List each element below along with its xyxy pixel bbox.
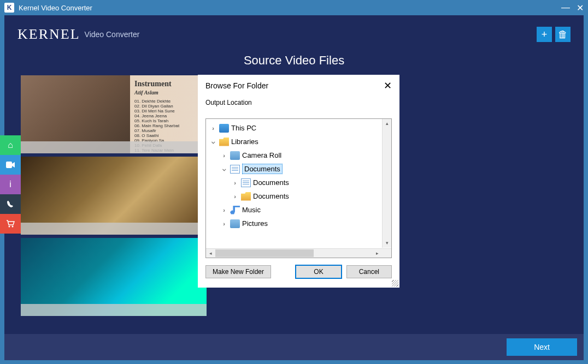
doc-icon [230, 165, 240, 174]
scrollbar-thumb[interactable] [215, 249, 314, 257]
dialog-body: Output Location ›This PC⌵Libraries›Camer… [198, 97, 399, 288]
make-new-folder-button[interactable]: Make New Folder [205, 265, 271, 278]
cart-icon[interactable] [0, 214, 21, 234]
folder-tree[interactable]: ›This PC⌵Libraries›Camera Roll⌵Documents… [206, 119, 391, 248]
tree-item[interactable]: ›Music [207, 203, 390, 217]
tree-item[interactable]: ›Pictures [207, 217, 390, 230]
expand-icon[interactable]: › [220, 220, 228, 227]
video-icon[interactable] [0, 155, 21, 175]
resize-grip[interactable] [392, 280, 398, 287]
thumb-title: Instrument [134, 80, 202, 88]
ok-button[interactable]: OK [295, 265, 342, 279]
music-icon [230, 206, 240, 214]
dialog-close-button[interactable]: ✕ [384, 80, 392, 92]
tree-item[interactable]: ›Documents [207, 176, 390, 189]
app-footer: Next [4, 334, 584, 360]
track: 06. Main Rang Sharbat [134, 123, 202, 128]
tree-item-label: Libraries [231, 138, 258, 146]
video-thumbnail[interactable] [21, 238, 207, 316]
vertical-scrollbar[interactable] [382, 119, 391, 248]
section-title: Source Video Files [4, 53, 584, 68]
expand-icon[interactable]: › [209, 125, 217, 132]
dialog-header: Browse For Folder ✕ [198, 75, 399, 97]
header-actions: + 🗑 [537, 27, 571, 42]
expand-icon[interactable]: › [231, 193, 239, 200]
svg-rect-0 [6, 162, 12, 168]
window-title: Kernel Video Converter [19, 4, 92, 12]
tree-item[interactable]: ›Documents [207, 189, 390, 203]
expand-icon[interactable]: › [220, 152, 228, 159]
expand-icon[interactable]: › [231, 180, 239, 186]
app-logo-subtitle: Video Converter [85, 30, 140, 39]
lib2-icon [230, 219, 240, 228]
video-thumbnail[interactable]: Instrument Atif Aslam 01. Dekhte Dekhte … [21, 75, 207, 153]
home-icon[interactable]: ⌂ [0, 135, 21, 155]
track: 07. Musafir [134, 128, 202, 133]
expand-icon[interactable]: ⌵ [209, 138, 217, 145]
info-icon[interactable]: i [0, 175, 21, 194]
lib2-icon [230, 151, 240, 160]
tree-item-label: This PC [231, 124, 256, 132]
track: 01. Dekhte Dekhte [134, 99, 202, 104]
expand-icon[interactable]: ⌵ [220, 165, 228, 172]
svg-point-2 [12, 226, 14, 228]
tree-item[interactable]: ›Camera Roll [207, 148, 390, 162]
window-controls: — ✕ [561, 3, 584, 13]
dialog-title: Browse For Folder [205, 81, 268, 90]
track: 08. O Saathi [134, 133, 202, 138]
close-button[interactable]: ✕ [577, 3, 584, 13]
thumbnail-footer [21, 223, 207, 235]
lib-icon [219, 138, 229, 146]
dialog-label: Output Location [205, 99, 392, 106]
minimize-button[interactable]: — [561, 3, 570, 13]
tree-item-label: Music [242, 206, 261, 214]
tree-item[interactable]: ⌵Libraries [207, 135, 390, 148]
app-header: KERNEL Video Converter + 🗑 [4, 15, 584, 53]
phone-icon[interactable] [0, 194, 21, 214]
delete-button[interactable]: 🗑 [555, 27, 571, 42]
folder-tree-container: ›This PC⌵Libraries›Camera Roll⌵Documents… [205, 118, 392, 258]
thumbnail-footer [21, 141, 207, 153]
thumbnail-footer [21, 304, 207, 316]
horizontal-scrollbar[interactable] [206, 248, 391, 258]
dialog-buttons: Make New Folder OK Cancel [205, 258, 392, 285]
fold-icon [241, 192, 251, 201]
tree-item[interactable]: ⌵Documents [207, 162, 390, 176]
track: 03. Dil Meri Na Sune [134, 109, 202, 114]
tree-item-label: Documents [242, 164, 283, 174]
title-bar: K Kernel Video Converter — ✕ [0, 0, 588, 15]
track: 05. Kuch Is Tarah [134, 118, 202, 123]
side-toolbar: ⌂ i [0, 135, 21, 234]
cancel-button[interactable]: Cancel [346, 265, 392, 278]
tree-item-label: Pictures [242, 219, 268, 228]
add-button[interactable]: + [537, 27, 552, 42]
video-thumbnail[interactable] [21, 157, 207, 235]
doc-icon [241, 178, 251, 187]
track: 04. Jeena Jeena [134, 114, 202, 118]
tree-item-label: Camera Roll [242, 151, 281, 159]
app-icon: K [4, 3, 14, 13]
tree-item-label: Documents [253, 178, 289, 187]
app-logo: KERNEL [17, 26, 80, 43]
browse-folder-dialog: Browse For Folder ✕ Output Location ›Thi… [198, 75, 399, 288]
tree-item[interactable]: ›This PC [207, 121, 390, 135]
track: 02. Dil Diyan Gallan [134, 104, 202, 109]
next-button[interactable]: Next [507, 338, 577, 356]
expand-icon[interactable]: › [220, 207, 228, 213]
pc-icon [219, 124, 229, 133]
thumb-subtitle: Atif Aslam [134, 89, 202, 96]
tree-item-label: Documents [253, 192, 289, 200]
svg-point-1 [9, 226, 10, 228]
